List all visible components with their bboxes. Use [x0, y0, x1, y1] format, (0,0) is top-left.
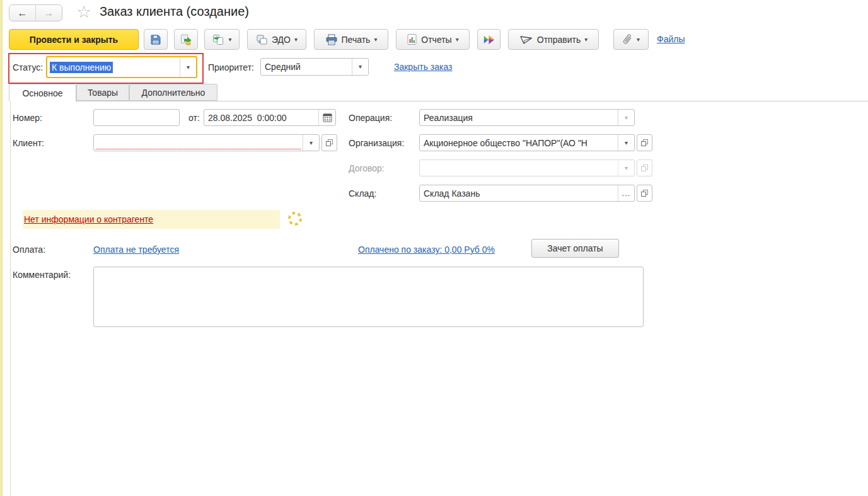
status-label: Статус:: [13, 62, 43, 72]
create-based-on-button[interactable]: ▾: [204, 29, 240, 50]
comment-label: Комментарий:: [13, 270, 71, 280]
reports-menu-arrow[interactable]: ▾: [456, 37, 459, 43]
reports-button[interactable]: Отчеты ▾: [396, 29, 470, 50]
floppy-disk-icon: [149, 33, 162, 46]
close-order-link[interactable]: Закрыть заказ: [394, 62, 453, 72]
back-arrow-icon: ←: [18, 8, 28, 19]
payment-offset-button[interactable]: Зачет оплаты: [531, 239, 619, 258]
warehouse-value: Склад Казань: [420, 185, 618, 201]
date-value: 28.08.2025 0:00:00: [204, 110, 318, 125]
tabstrip-divider: [9, 101, 868, 101]
chevron-down-icon: ▾: [359, 64, 362, 70]
open-form-icon: [641, 164, 648, 171]
chevron-down-icon: ▾: [310, 140, 313, 146]
organization-label: Организация:: [349, 138, 404, 148]
client-value: [94, 135, 303, 151]
favorite-star-icon[interactable]: ☆: [76, 2, 91, 22]
post-and-close-label: Провести и закрыть: [30, 35, 118, 45]
send-menu-arrow[interactable]: ▾: [584, 37, 587, 43]
client-dropdown-arrow[interactable]: ▾: [303, 135, 319, 151]
send-plane-icon: [519, 34, 533, 45]
reports-label: Отчеты: [421, 35, 451, 45]
no-counterparty-info-link[interactable]: Нет информации о контрагенте: [24, 214, 153, 224]
tab-goods[interactable]: Товары: [76, 84, 129, 101]
warehouse-field[interactable]: Склад Казань ...: [419, 185, 635, 202]
nav-history-group: ← →: [9, 4, 62, 21]
status-combobox[interactable]: К выполнению ▾: [46, 56, 197, 78]
organization-value: Акционерное общество "НАПОР"(АО "Н: [420, 135, 618, 151]
comment-textarea[interactable]: [93, 267, 644, 327]
paid-by-order-link[interactable]: Оплачено по заказу: 0,00 Руб 0%: [358, 245, 495, 255]
business-network-button[interactable]: [477, 29, 501, 50]
post-and-close-button[interactable]: Провести и закрыть: [9, 29, 139, 50]
loading-spinner-icon: [287, 211, 303, 227]
left-edge-strip: [0, 0, 3, 496]
open-form-icon: [641, 139, 648, 146]
chevron-down-icon: ▾: [625, 165, 628, 171]
number-label: Номер:: [13, 113, 42, 123]
organization-combobox[interactable]: Акционерное общество "НАПОР"(АО "Н ▾: [419, 134, 635, 151]
files-link[interactable]: Файлы: [657, 34, 685, 44]
operation-combobox[interactable]: Реализация ▾: [419, 109, 635, 126]
post-document-icon: [180, 33, 192, 46]
date-field[interactable]: 28.08.2025 0:00:00: [204, 109, 336, 126]
warehouse-open-button[interactable]: [637, 185, 652, 202]
edo-exchange-icon: [256, 34, 268, 45]
print-menu-arrow[interactable]: ▾: [374, 37, 377, 43]
open-form-icon: [326, 139, 333, 146]
chevron-down-icon: ▾: [625, 140, 628, 146]
contract-combobox: ▾: [419, 159, 635, 176]
tab-additional[interactable]: Дополнительно: [129, 84, 217, 101]
operation-label: Операция:: [349, 113, 392, 123]
attachments-button[interactable]: ▾: [613, 29, 649, 50]
form-left-border: [10, 84, 11, 496]
client-combobox[interactable]: ▾: [93, 134, 320, 151]
print-button[interactable]: Печать ▾: [314, 29, 388, 50]
client-open-button[interactable]: [321, 134, 337, 151]
warehouse-label: Склад:: [349, 188, 376, 199]
priority-dropdown-arrow[interactable]: ▾: [352, 59, 368, 75]
business-network-icon: [483, 33, 495, 46]
printer-icon: [325, 34, 338, 45]
calendar-picker-button[interactable]: [318, 110, 335, 125]
chevron-down-icon: ▾: [187, 64, 190, 71]
tab-main[interactable]: Основное: [9, 84, 76, 101]
edo-button[interactable]: ЭДО ▾: [247, 29, 306, 50]
priority-combobox[interactable]: Средний ▾: [260, 58, 369, 76]
ellipsis-icon: ...: [622, 192, 631, 195]
operation-dropdown-arrow[interactable]: ▾: [618, 110, 634, 125]
open-form-icon: [641, 190, 648, 197]
report-chart-icon: [407, 33, 417, 45]
warehouse-choose-button[interactable]: ...: [618, 185, 634, 201]
operation-value: Реализация: [420, 110, 618, 125]
chevron-down-icon: ▾: [625, 115, 628, 121]
edo-label: ЭДО: [272, 35, 291, 45]
priority-value: Средний: [261, 59, 352, 75]
print-label: Печать: [342, 35, 371, 45]
status-dropdown-arrow[interactable]: ▾: [180, 57, 196, 77]
save-button[interactable]: [144, 29, 168, 50]
contract-value: [420, 160, 618, 176]
payment-not-required-link[interactable]: Оплата не требуется: [93, 245, 179, 255]
post-document-button[interactable]: [174, 29, 198, 50]
send-button[interactable]: Отправить ▾: [508, 29, 599, 50]
paperclip-icon: [622, 33, 633, 45]
status-selected-value: К выполнению: [50, 62, 113, 73]
client-label: Клиент:: [13, 138, 44, 148]
required-field-marker: [96, 149, 301, 149]
edo-menu-arrow[interactable]: ▾: [294, 37, 298, 43]
organization-dropdown-arrow[interactable]: ▾: [618, 135, 634, 151]
attachments-menu-arrow[interactable]: ▾: [637, 37, 640, 43]
forward-arrow-icon: →: [44, 8, 54, 19]
create-based-on-menu-arrow[interactable]: ▾: [228, 37, 231, 43]
contract-dropdown-arrow: ▾: [618, 160, 634, 176]
order-window: ← → ☆ Заказ клиента (создание) Провести …: [0, 0, 868, 496]
back-button[interactable]: ←: [9, 5, 36, 21]
payment-label: Оплата:: [13, 245, 45, 255]
number-input[interactable]: [93, 109, 180, 126]
organization-open-button[interactable]: [637, 134, 652, 151]
forward-button[interactable]: →: [36, 5, 62, 21]
send-label: Отправить: [537, 35, 581, 45]
date-prefix-label: от:: [188, 113, 200, 123]
create-based-on-icon: [212, 33, 224, 46]
